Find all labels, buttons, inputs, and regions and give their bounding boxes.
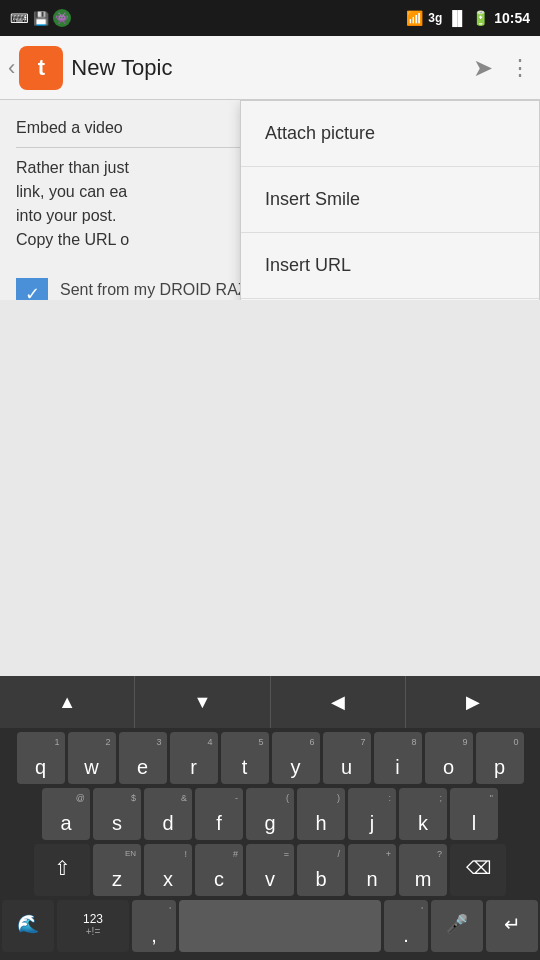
send-button[interactable]: ➤ — [473, 54, 493, 82]
key-h[interactable]: )h — [297, 788, 345, 840]
backspace-icon: ⌫ — [466, 857, 491, 879]
nav-right-button[interactable]: ▶ — [406, 676, 540, 728]
page-title: New Topic — [71, 55, 172, 81]
key-c[interactable]: #c — [195, 844, 243, 896]
app-bar: ‹ t New Topic ➤ ⋮ — [0, 36, 540, 100]
key-f[interactable]: -f — [195, 788, 243, 840]
key-row-3: ⇧ ENz !x #c =v /b +n ?m ⌫ — [2, 844, 538, 896]
nav-up-button[interactable]: ▲ — [0, 676, 135, 728]
key-g[interactable]: (g — [246, 788, 294, 840]
key-k[interactable]: ;k — [399, 788, 447, 840]
app-logo: t — [19, 46, 63, 90]
app-bar-right: ➤ ⋮ — [473, 54, 532, 82]
signal-icon: ▐▌ — [447, 10, 467, 26]
key-u[interactable]: 7u — [323, 732, 371, 784]
status-left-icons: ⌨ 💾 👾 — [10, 9, 71, 27]
key-t[interactable]: 5t — [221, 732, 269, 784]
key-s[interactable]: $s — [93, 788, 141, 840]
overflow-menu-button[interactable]: ⋮ — [509, 55, 532, 81]
key-o[interactable]: 9o — [425, 732, 473, 784]
key-b[interactable]: /b — [297, 844, 345, 896]
key-z[interactable]: ENz — [93, 844, 141, 896]
checkmark-icon: ✓ — [25, 283, 40, 300]
content-area: Embed a video Rather than justlink, you … — [0, 100, 540, 300]
shift-key[interactable]: ⇧ — [34, 844, 90, 896]
app-bar-left: ‹ t New Topic — [8, 46, 473, 90]
storage-icon: 💾 — [33, 11, 49, 26]
tapatalk-icon: 👾 — [53, 9, 71, 27]
battery-icon: 🔋 — [472, 10, 489, 26]
signature-checkbox[interactable]: ✓ — [16, 278, 48, 300]
keyboard-nav-row: ▲ ▼ ◀ ▶ — [0, 676, 540, 728]
key-v[interactable]: =v — [246, 844, 294, 896]
clock: 10:54 — [494, 10, 530, 26]
key-r[interactable]: 4r — [170, 732, 218, 784]
key-row-1: 1q 2w 3e 4r 5t 6y 7u 8i 9o 0p — [2, 732, 538, 784]
menu-item-attach-picture[interactable]: Attach picture — [241, 101, 539, 167]
key-w[interactable]: 2w — [68, 732, 116, 784]
dropdown-menu: Attach picture Insert Smile Insert URL I… — [240, 100, 540, 300]
status-right-icons: 📶 3g ▐▌ 🔋 10:54 — [406, 10, 530, 26]
keyboard-icon: ⌨ — [10, 11, 29, 26]
key-q[interactable]: 1q — [17, 732, 65, 784]
key-row-2: @a $s &d -f (g )h :j ;k "l — [2, 788, 538, 840]
key-y[interactable]: 6y — [272, 732, 320, 784]
network-type: 3g — [428, 11, 442, 25]
nav-down-button[interactable]: ▼ — [135, 676, 270, 728]
nav-left-button[interactable]: ◀ — [271, 676, 406, 728]
key-a[interactable]: @a — [42, 788, 90, 840]
keyboard-rows: 1q 2w 3e 4r 5t 6y 7u 8i 9o 0p @a $s &d -… — [0, 728, 540, 960]
key-j[interactable]: :j — [348, 788, 396, 840]
backspace-key[interactable]: ⌫ — [450, 844, 506, 896]
comma-key[interactable]: ', — [132, 900, 176, 952]
key-x[interactable]: !x — [144, 844, 192, 896]
key-row-4: 🌊 123 +!= ', '. 🎤 ↵ — [2, 900, 538, 952]
key-d[interactable]: &d — [144, 788, 192, 840]
key-e[interactable]: 3e — [119, 732, 167, 784]
num-sym-key[interactable]: 123 +!= — [57, 900, 129, 952]
space-key[interactable] — [179, 900, 381, 952]
key-i[interactable]: 8i — [374, 732, 422, 784]
mic-key[interactable]: 🎤 — [431, 900, 483, 952]
keyboard: ▲ ▼ ◀ ▶ 1q 2w 3e 4r 5t 6y 7u 8i 9o 0p @a… — [0, 676, 540, 960]
back-button[interactable]: ‹ — [8, 55, 15, 81]
menu-item-insert-smile[interactable]: Insert Smile — [241, 167, 539, 233]
period-key[interactable]: '. — [384, 900, 428, 952]
emoji-key[interactable]: 🌊 — [2, 900, 54, 952]
key-n[interactable]: +n — [348, 844, 396, 896]
status-bar: ⌨ 💾 👾 📶 3g ▐▌ 🔋 10:54 — [0, 0, 540, 36]
menu-item-insert-url[interactable]: Insert URL — [241, 233, 539, 299]
key-m[interactable]: ?m — [399, 844, 447, 896]
wifi-icon: 📶 — [406, 10, 423, 26]
key-p[interactable]: 0p — [476, 732, 524, 784]
enter-key[interactable]: ↵ — [486, 900, 538, 952]
menu-item-insert-image-link[interactable]: Insert Image Link — [241, 299, 539, 300]
key-l[interactable]: "l — [450, 788, 498, 840]
